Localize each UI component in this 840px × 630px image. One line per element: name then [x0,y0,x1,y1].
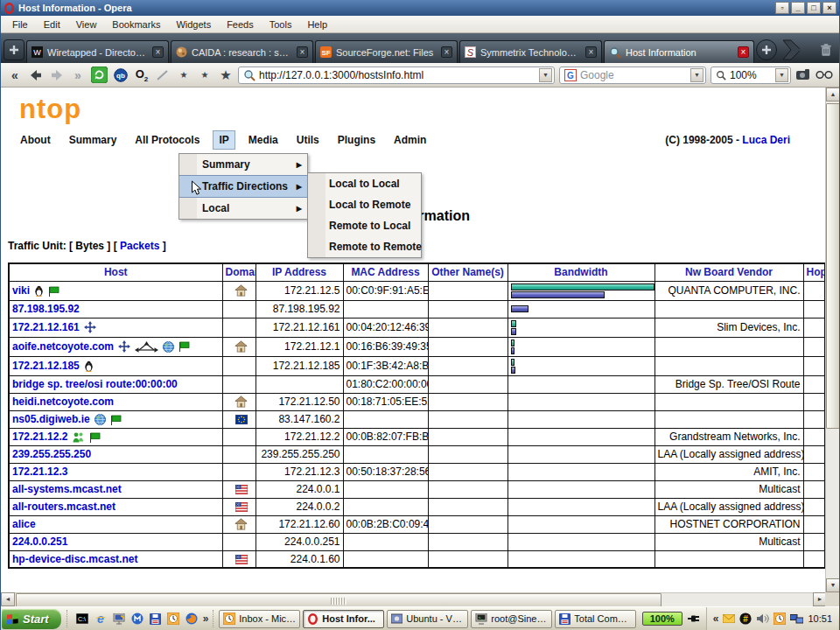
column-header-nw-board-vendor[interactable]: Nw Board Vendor [654,263,803,281]
horizontal-scrollbar[interactable]: ◄ ► [1,592,827,606]
fastforward-button[interactable]: » [70,66,86,85]
start-button[interactable]: Start [2,609,61,629]
traffic-unit-link[interactable]: Packets [120,240,159,252]
vertical-scrollbar[interactable]: ▲ ▼ [825,88,839,592]
search-dropdown-button[interactable]: ▼ [690,68,704,82]
tab-caida-research-secu[interactable]: CAIDA : research : secu...× [171,40,313,63]
nav-utils[interactable]: Utils [291,130,325,150]
zoom-dropdown-button[interactable]: ▼ [775,68,788,82]
task-root-sinea[interactable]: >_root@Sinea... [471,610,552,628]
tray-speaker-icon[interactable] [756,613,769,624]
host-link[interactable]: aoife.netcoyote.com [12,340,114,353]
nav-ip[interactable]: IP [213,130,234,150]
menu-widgets[interactable]: Widgets [168,17,219,32]
qb-button[interactable]: qb [113,66,129,85]
menu-feeds[interactable]: Feeds [219,17,262,32]
host-link[interactable]: 172.21.12.3 [12,466,67,478]
star-big-button[interactable]: ★ [218,66,234,85]
tab-wiretapped-directory-i[interactable]: WWiretapped - Directory I...× [26,40,169,63]
horizontal-scroll-thumb[interactable] [16,593,662,607]
menu-edit[interactable]: Edit [36,17,68,32]
camera-icon[interactable] [795,66,811,85]
close-icon[interactable]: × [152,46,164,58]
search-input[interactable]: Google [580,69,687,81]
tab-host-information[interactable]: Host Information× [604,40,754,63]
close-icon[interactable]: × [297,46,308,58]
ie-icon[interactable]: e [94,612,107,625]
menu-view[interactable]: View [68,17,105,32]
menu-item-summary[interactable]: Summary▶ [179,154,307,175]
address-bar[interactable]: http://127.0.0.1:3000/hostsInfo.html ▼ [238,66,555,84]
rewind-button[interactable]: « [7,66,23,85]
pin-button[interactable]: ▫ [775,2,789,14]
add-tab-button[interactable] [756,39,777,60]
tab-symmetrix-technologies[interactable]: SSymmetrix Technologies...× [459,40,602,63]
tray-envelope-icon[interactable] [723,614,735,623]
submenu-item-remote-to-local[interactable]: Remote to Local [308,215,421,236]
minimize-button[interactable]: _ [791,2,805,14]
remote-desktop-icon[interactable] [113,613,125,625]
nav-plugins[interactable]: Plugins [332,130,381,150]
glasses-icon[interactable] [816,66,833,85]
nav-summary[interactable]: Summary [64,130,122,150]
menu-bookmarks[interactable]: Bookmarks [104,17,168,32]
column-header-host[interactable]: Host [9,263,222,281]
tray-network-icon[interactable] [790,613,803,625]
pencil-button[interactable] [155,66,171,85]
column-header-ip-address[interactable]: IP Address [256,263,343,281]
task-ubuntu-vm[interactable]: Ubuntu - VM... [387,610,468,628]
submenu-item-remote-to-remote[interactable]: Remote to Remote [308,236,421,257]
host-link[interactable]: 87.198.195.92 [12,303,80,315]
nav-about[interactable]: About [15,130,56,150]
task-host-infor[interactable]: Host Infor... [303,610,384,628]
tab-sourceforge-net-files[interactable]: SFSourceForge.net: Files× [315,40,458,63]
host-link[interactable]: 172.21.12.2 [12,430,67,443]
zoom-box[interactable]: 100% ▼ [710,66,791,84]
host-link[interactable]: all-routers.mcast.net [12,500,116,513]
nav-admin[interactable]: Admin [388,130,431,150]
host-link[interactable]: 239.255.255.250 [12,448,91,460]
restore-button[interactable]: □ [807,2,821,14]
host-link[interactable]: 172.21.12.185 [12,360,80,372]
star-small-1-button[interactable]: ★ [176,66,192,85]
o2-button[interactable]: O2 [134,66,150,85]
scroll-down-button[interactable]: ▼ [826,578,840,592]
scroll-left-button[interactable]: ◄ [1,592,15,606]
column-header-hops[interactable]: Hops [803,263,825,281]
host-link[interactable]: 172.21.12.161 [12,321,80,333]
search-box[interactable]: G Google ▼ [559,66,706,84]
host-link[interactable]: viki [12,284,30,297]
column-header-domain[interactable]: Domain [222,263,256,281]
submenu-item-local-to-remote[interactable]: Local to Remote [308,194,421,215]
menu-help[interactable]: Help [299,17,335,32]
host-link[interactable]: all-systems.mcast.net [12,483,122,495]
close-icon[interactable]: × [441,46,452,58]
clock-icon[interactable] [167,612,179,625]
new-tab-button[interactable] [4,39,24,60]
floppy-icon[interactable] [150,613,161,625]
menu-file[interactable]: File [4,17,36,32]
tray-hash-icon[interactable]: # [739,612,752,625]
vertical-scroll-thumb[interactable] [826,103,840,429]
column-header-other-name-s[interactable]: Other Name(s) [428,263,508,281]
host-link[interactable]: heidi.netcoyote.com [12,396,114,408]
address-input[interactable]: http://127.0.0.1:3000/hostsInfo.html [259,69,536,81]
menu-tools[interactable]: Tools [262,17,300,32]
menu-item-local[interactable]: Local▶ [179,198,307,219]
host-link[interactable]: 224.0.0.251 [12,536,67,548]
quick-launch-overflow-button[interactable]: » [201,612,211,625]
star-small-2-button[interactable]: ★ [197,66,213,85]
task-inbox-micr[interactable]: Inbox - Micr... [219,610,300,628]
nav-media[interactable]: Media [243,130,284,150]
host-link[interactable]: alice [12,518,36,530]
column-header-mac-address[interactable]: MAC Address [343,263,428,281]
column-header-bandwidth[interactable]: Bandwidth [508,263,654,281]
address-dropdown-button[interactable]: ▼ [539,68,552,82]
close-button[interactable]: × [822,2,836,14]
copyright-link[interactable]: Luca Deri [742,134,790,146]
msn-icon[interactable] [131,612,144,625]
submenu-item-local-to-local[interactable]: Local to Local [308,173,421,194]
nav-all-protocols[interactable]: All Protocols [130,130,205,150]
reload-button[interactable] [91,66,108,85]
firefox-icon[interactable] [186,612,198,625]
